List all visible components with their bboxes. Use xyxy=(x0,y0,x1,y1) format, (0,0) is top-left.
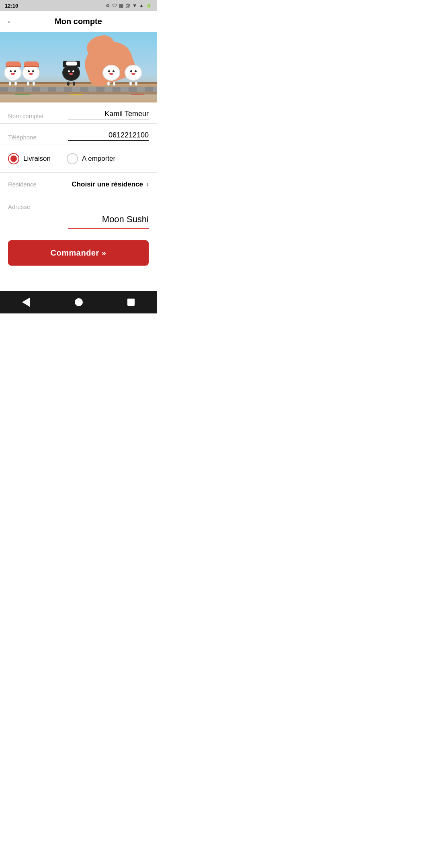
livraison-label: Livraison xyxy=(23,155,51,163)
phone-row: Téléphone 0612212100 xyxy=(0,124,157,145)
phone-value[interactable]: 0612212100 xyxy=(68,131,149,141)
back-nav-button[interactable] xyxy=(22,297,30,307)
address-underline xyxy=(68,228,149,229)
address-value-container: Moon Sushi xyxy=(68,214,149,229)
residence-selector[interactable]: Choisir une résidence › xyxy=(72,180,149,188)
full-name-value[interactable]: Kamil Temeur xyxy=(68,110,149,119)
conveyor-belt xyxy=(0,87,157,92)
address-label: Adresse xyxy=(8,203,30,210)
a-emporter-radio[interactable] xyxy=(67,153,78,164)
page-title: Mon compte xyxy=(55,17,102,26)
sushi-char-5 xyxy=(125,65,142,86)
a-emporter-label: A emporter xyxy=(82,155,115,163)
residence-value-text: Choisir une résidence xyxy=(72,180,143,188)
livraison-option[interactable]: Livraison xyxy=(8,153,51,164)
shield-icon: 🛡 xyxy=(112,3,117,8)
home-nav-button[interactable] xyxy=(75,298,83,306)
home-nav-icon xyxy=(75,298,83,306)
chevron-right-icon: › xyxy=(146,180,149,188)
a-emporter-option[interactable]: A emporter xyxy=(67,153,115,164)
recents-nav-button[interactable] xyxy=(127,299,135,306)
back-button[interactable]: ← xyxy=(6,16,15,27)
livraison-radio-inner xyxy=(10,156,17,162)
at-icon: @ xyxy=(125,3,130,8)
battery-icon: 🔋 xyxy=(146,3,152,8)
signal-icon: ▲ xyxy=(139,3,144,8)
full-name-row: Nom complet Kamil Temeur xyxy=(0,102,157,124)
livraison-radio[interactable] xyxy=(8,153,19,164)
sushi-char-1 xyxy=(4,65,22,86)
wifi-icon: ▼ xyxy=(132,3,137,8)
status-icons: ⚙ 🛡 ▦ @ ▼ ▲ 🔋 xyxy=(106,3,152,8)
delivery-options: Livraison A emporter xyxy=(0,145,157,173)
residence-label: Résidence xyxy=(8,181,37,188)
hero-image xyxy=(0,32,157,102)
bottom-nav xyxy=(0,291,157,313)
top-bar: ← Mon compte xyxy=(0,11,157,32)
address-value[interactable]: Moon Sushi xyxy=(102,214,149,225)
settings-icon: ⚙ xyxy=(106,3,110,8)
sushi-char-3 xyxy=(62,65,80,86)
back-nav-icon xyxy=(22,297,30,307)
recents-nav-icon xyxy=(127,299,135,306)
sushi-char-2 xyxy=(22,65,40,86)
phone-label: Téléphone xyxy=(8,134,37,141)
full-name-label: Nom complet xyxy=(8,113,43,119)
status-time: 12:10 xyxy=(5,3,18,9)
status-bar: 12:10 ⚙ 🛡 ▦ @ ▼ ▲ 🔋 xyxy=(0,0,157,11)
sim-icon: ▦ xyxy=(119,3,123,8)
address-row: Adresse Moon Sushi xyxy=(0,196,157,232)
residence-row[interactable]: Résidence Choisir une résidence › xyxy=(0,173,157,196)
form-section: Nom complet Kamil Temeur Téléphone 06122… xyxy=(0,102,157,232)
commander-button[interactable]: Commander » xyxy=(8,240,149,266)
sushi-char-4 xyxy=(102,65,120,86)
